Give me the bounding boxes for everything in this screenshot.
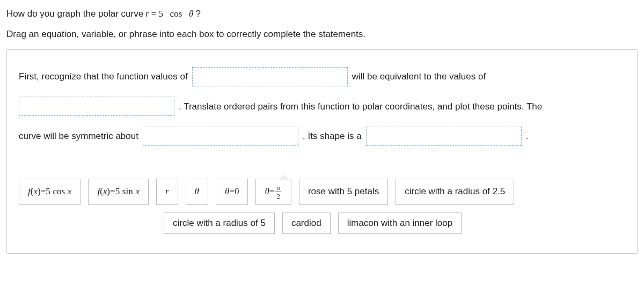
- choice-theta[interactable]: θ: [186, 179, 208, 205]
- dropzone-2[interactable]: [19, 97, 174, 116]
- dropzone-1[interactable]: [192, 67, 348, 86]
- c2-var: x: [135, 186, 140, 197]
- choice-row-2: circle with a radius of 5 cardiod limaco…: [19, 213, 625, 234]
- c5-lhs: θ: [225, 186, 229, 197]
- c11-text: limacon with an inner loop: [347, 218, 453, 229]
- c1-var: x: [68, 186, 72, 197]
- c5-eq: =: [229, 186, 235, 197]
- eq-rhs-num: 5: [158, 9, 163, 19]
- c6-frac: π 2: [275, 184, 281, 200]
- c3-text: r: [165, 186, 169, 197]
- choice-row-1: f ( x ) = 5 cos x f ( x ) = 5 sin: [19, 179, 625, 205]
- c2-fn: sin: [122, 186, 133, 197]
- c6-num: π: [275, 184, 281, 192]
- statement-part-1: First, recognize that the function value…: [19, 64, 188, 90]
- dropzone-4[interactable]: [366, 127, 522, 146]
- eq-rhs-var: θ: [189, 9, 193, 19]
- c2-num: 5: [115, 186, 120, 197]
- fill-in-statement: First, recognize that the function value…: [19, 64, 625, 149]
- choices-notch: [279, 174, 290, 180]
- c6-eq: =: [269, 186, 275, 197]
- c6-lhs: θ: [265, 186, 269, 197]
- choice-rose-5-petals[interactable]: rose with 5 petals: [299, 179, 388, 205]
- c9-text: circle with a radius of 5: [173, 218, 266, 229]
- statement-part-6: .: [526, 123, 529, 149]
- statement-part-5: . Its shape is a: [303, 123, 362, 149]
- choice-circle-radius-5[interactable]: circle with a radius of 5: [164, 213, 275, 234]
- choice-circle-radius-2-5[interactable]: circle with a radius of 2.5: [396, 179, 514, 205]
- choices-area: f ( x ) = 5 cos x f ( x ) = 5 sin: [19, 171, 625, 234]
- choice-fx-5sinx[interactable]: f ( x ) = 5 sin x: [88, 179, 149, 205]
- c10-text: cardiod: [291, 218, 321, 229]
- eq-lhs: r: [145, 9, 149, 19]
- choice-theta-eq-0[interactable]: θ = 0: [216, 179, 248, 205]
- statement-panel: First, recognize that the function value…: [6, 49, 638, 254]
- choice-cardiod[interactable]: cardiod: [282, 213, 331, 234]
- question-text: How do you graph the polar curve r = 5 c…: [6, 9, 638, 19]
- eq-rhs-fn: cos: [170, 9, 182, 19]
- question-prefix: How do you graph the polar curve: [6, 9, 143, 19]
- statement-part-2: will be equivalent to the values of: [352, 64, 486, 90]
- choice-fx-5cosx[interactable]: f ( x ) = 5 cos x: [19, 179, 80, 205]
- choice-limacon-inner-loop[interactable]: limacon with an inner loop: [338, 213, 462, 234]
- c2-x: x: [103, 186, 107, 197]
- statement-part-4: curve will be symmetric about: [19, 123, 138, 149]
- instructions-text: Drag an equation, variable, or phrase in…: [6, 29, 638, 40]
- statement-part-3: . Translate ordered pairs from this func…: [179, 94, 542, 120]
- c5-rhs: 0: [235, 186, 239, 197]
- c4-text: θ: [195, 186, 199, 197]
- choice-theta-eq-pi-over-2[interactable]: θ = π 2: [255, 179, 291, 205]
- eq-equals: =: [151, 9, 157, 19]
- question-suffix: ?: [195, 9, 200, 19]
- c1-num: 5: [46, 186, 50, 197]
- choice-r[interactable]: r: [156, 179, 178, 205]
- dropzone-3[interactable]: [143, 127, 298, 146]
- c1-x: x: [33, 186, 38, 197]
- c1-fn: cos: [53, 186, 65, 197]
- c6-den: 2: [275, 192, 281, 200]
- c2-eq: =: [110, 186, 115, 197]
- c7-text: rose with 5 petals: [308, 186, 379, 197]
- c1-eq: =: [41, 186, 46, 197]
- c8-text: circle with a radius of 2.5: [405, 186, 505, 197]
